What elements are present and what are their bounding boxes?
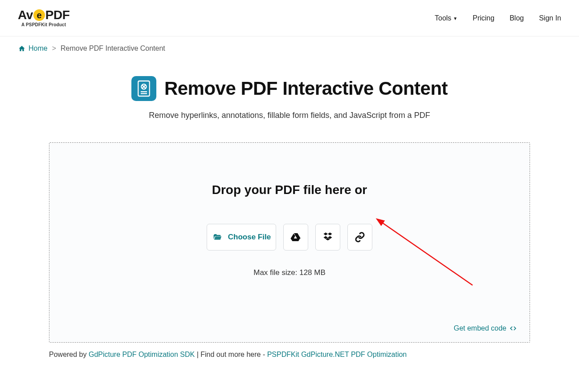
nav: Tools ▼ Pricing Blog Sign In: [435, 14, 561, 22]
breadcrumb: Home > Remove PDF Interactive Content: [0, 36, 579, 61]
powered-by: Powered by GdPicture PDF Optimization SD…: [49, 351, 530, 359]
chevron-down-icon: ▼: [453, 16, 457, 21]
max-file-size: Max file size: 128 MB: [63, 268, 516, 277]
nav-blog[interactable]: Blog: [510, 14, 524, 22]
nav-signin[interactable]: Sign In: [539, 14, 561, 22]
folder-open-icon: [212, 233, 223, 242]
dropbox-button[interactable]: [315, 224, 340, 251]
main: Remove PDF Interactive Content Remove hy…: [0, 61, 579, 359]
breadcrumb-separator: >: [52, 44, 56, 53]
logo-e-icon: e: [33, 9, 45, 21]
logo-suffix: PDF: [45, 9, 70, 21]
breadcrumb-current: Remove PDF Interactive Content: [61, 44, 165, 53]
footer-mid: | Find out more here -: [197, 351, 267, 358]
breadcrumb-home-label: Home: [29, 44, 48, 53]
embed-label: Get embed code: [454, 324, 506, 332]
get-embed-code[interactable]: Get embed code: [454, 324, 517, 332]
logo-text: Av e PDF: [18, 9, 69, 21]
logo[interactable]: Av e PDF A PSPDFKit Product: [18, 9, 69, 27]
google-drive-icon: [290, 232, 302, 242]
dropbox-icon: [322, 232, 334, 242]
url-button[interactable]: [347, 224, 372, 251]
drop-headline: Drop your PDF file here or: [63, 183, 516, 197]
nav-pricing[interactable]: Pricing: [473, 14, 494, 22]
link-icon: [355, 232, 365, 242]
title-row: Remove PDF Interactive Content: [18, 76, 561, 101]
code-icon: [509, 325, 517, 331]
choose-file-button[interactable]: Choose File: [207, 224, 276, 251]
nav-tools-label: Tools: [435, 14, 451, 22]
page-title: Remove PDF Interactive Content: [164, 78, 448, 99]
logo-prefix: Av: [18, 9, 33, 21]
nav-tools[interactable]: Tools ▼: [435, 14, 457, 22]
google-drive-button[interactable]: [283, 224, 308, 251]
tool-icon: [131, 76, 156, 101]
home-icon: [18, 45, 26, 52]
sdk-link[interactable]: GdPicture PDF Optimization SDK: [89, 351, 195, 358]
choose-file-label: Choose File: [228, 233, 271, 242]
logo-tagline: A PSPDFKit Product: [21, 22, 66, 27]
upload-buttons: Choose File: [63, 224, 516, 251]
powered-label: Powered by: [49, 351, 89, 358]
page-subtitle: Remove hyperlinks, annotations, fillable…: [18, 111, 561, 120]
dropzone[interactable]: Drop your PDF file here or Choose File M…: [49, 142, 530, 343]
document-remove-icon: [136, 80, 151, 97]
header: Av e PDF A PSPDFKit Product Tools ▼ Pric…: [0, 0, 579, 36]
breadcrumb-home[interactable]: Home: [18, 44, 48, 53]
pspdfkit-link[interactable]: PSPDFKit GdPicture.NET PDF Optimization: [267, 351, 407, 358]
